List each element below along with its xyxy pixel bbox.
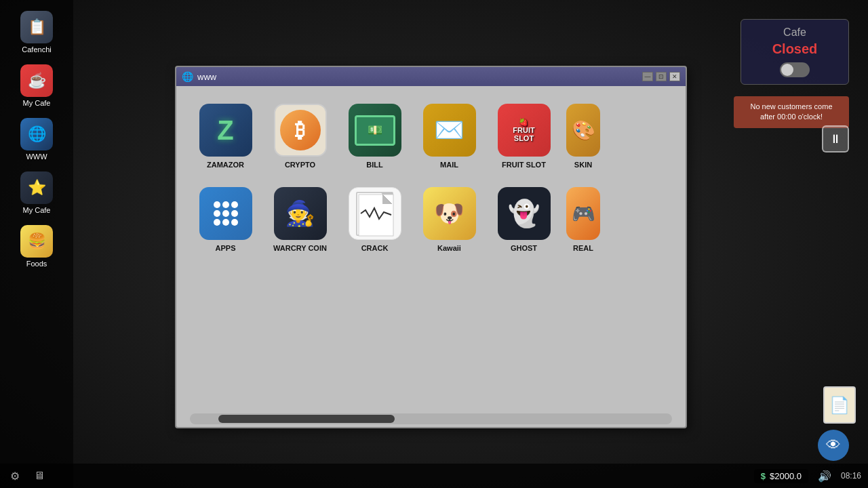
ghost-shape: 👻 [508,199,540,228]
crack-label: CRACK [361,244,389,252]
sidebar-item-mycafe[interactable]: ☕ My Cafe [6,60,67,111]
monitor-icon: 🖥 [34,470,45,482]
foods-icon: 🍔 [20,225,53,258]
warcry-label: WARCRY COIN [273,244,327,252]
kawaii-dog: 🐶 [434,199,465,228]
app-skin[interactable]: 🎨 SKIN [566,100,600,173]
warcry-icon: 🧙 [274,187,327,240]
app-crack[interactable]: CRACK [342,183,407,256]
notification-banner: No new customers come after 00:00 o'cloc… [734,96,849,128]
close-button[interactable]: ✕ [669,72,680,81]
window-controls: — ⊡ ✕ [642,72,680,81]
app-ghost[interactable]: 👻 GHOST [492,183,556,256]
sidebar: 📋 Cafenchi ☕ My Cafe 🌐 WWW ⭐ My Cafe 🍔 F… [0,0,73,488]
document-icon: 📄 [829,396,850,415]
window-title: www [197,72,216,82]
app-mail[interactable]: ✉️ MAIL [417,100,481,173]
crypto-label: CRYPTO [285,161,315,169]
pause-icon: ⏸ [829,132,842,146]
time-display: 08:16 [841,471,861,481]
kawaii-icon: 🐶 [423,187,476,240]
restore-button[interactable]: ⊡ [656,72,667,81]
crypto-icon: ₿ [274,104,327,157]
notification-text: No new customers come after 00:00 o'cloc… [750,102,832,121]
globe-icon: 🌐 [182,71,193,82]
btc-symbol: ₿ [280,110,321,150]
app-fruitslot[interactable]: 🍓FRUITSLOT FRUIT SLOT [492,100,556,173]
window-scrollbar[interactable] [190,413,672,424]
z-letter: Z [217,115,233,146]
volume-taskbar-icon[interactable]: 🔊 [816,468,833,484]
ghost-label: GHOST [511,244,537,252]
scrollbar-thumb [218,415,395,423]
settings-icon: ⚙ [10,470,20,483]
eye-button[interactable]: 👁 [818,430,849,461]
sidebar-item-cafe[interactable]: 📋 Cafenchi [6,7,67,58]
ghost-icon: 👻 [498,187,551,240]
sidebar-label-mystar: My Cafe [23,206,51,214]
sidebar-item-www[interactable]: 🌐 WWW [6,114,67,165]
pause-button[interactable]: ⏸ [822,125,849,152]
settings-taskbar-icon[interactable]: ⚙ [7,468,23,484]
monitor-taskbar-icon[interactable]: 🖥 [31,468,47,484]
money-symbol: $ [761,471,766,481]
www-icon: 🌐 [20,118,53,150]
mail-label: MAIL [440,161,458,169]
fruitslot-text: 🍓FRUITSLOT [513,118,534,142]
cafe-icon: 📋 [20,11,53,43]
bill-icon: 💵 [349,104,401,157]
mystar-icon: ⭐ [20,171,53,204]
apps-icon [199,187,252,240]
mycafe-icon: ☕ [20,64,53,97]
money-display: $ $2000.0 [754,469,808,483]
real-icon: 🎮 [566,187,600,240]
apps-label: APPS [216,244,236,252]
document-button[interactable]: 📄 [823,386,856,424]
app-apps[interactable]: APPS [193,183,258,256]
sidebar-item-foods[interactable]: 🍔 Foods [6,221,67,272]
app-kawaii[interactable]: 🐶 Kawaii [417,183,481,256]
crack-doc [356,192,393,236]
toggle-knob [781,64,793,76]
cafe-title: Cafe [752,26,837,39]
cafe-toggle[interactable] [780,62,810,77]
warcry-char: 🧙 [285,199,315,228]
zamazor-label: ZAMAZOR [207,161,244,169]
www-window: 🌐 www — ⊡ ✕ Z ZAMAZOR ₿ CRYPTO 💵 BILL [175,66,687,428]
sidebar-label-foods: Foods [26,260,47,268]
skin-label: SKIN [574,161,592,169]
window-app-grid: Z ZAMAZOR ₿ CRYPTO 💵 BILL ✉️ MAIL 🍓FRUIT… [176,86,686,407]
sidebar-item-mystar[interactable]: ⭐ My Cafe [6,167,67,218]
bill-label: BILL [366,161,382,169]
app-crypto[interactable]: ₿ CRYPTO [268,100,332,173]
app-warcry[interactable]: 🧙 WARCRY COIN [268,183,332,256]
real-label: REAL [573,244,593,252]
fruitslot-icon: 🍓FRUITSLOT [498,104,551,157]
crack-icon [349,187,401,240]
cafe-status: Closed [752,41,837,57]
sidebar-label-mycafe: My Cafe [23,99,51,107]
kawaii-label: Kawaii [437,244,461,252]
bill-inner: 💵 [355,115,395,146]
cafe-panel: Cafe Closed [741,19,849,85]
app-zamazor[interactable]: Z ZAMAZOR [193,100,258,173]
minimize-button[interactable]: — [642,72,653,81]
window-titlebar: 🌐 www — ⊡ ✕ [176,67,686,86]
money-value: $2000.0 [770,471,802,481]
eye-icon: 👁 [826,436,841,454]
fruitslot-label: FRUIT SLOT [502,161,546,169]
taskbar: ⚙ 🖥 $ $2000.0 🔊 08:16 [0,464,868,488]
volume-icon: 🔊 [818,470,831,483]
apps-dots [214,201,238,226]
sidebar-label-www: WWW [26,152,47,161]
mail-icon: ✉️ [423,104,476,157]
zamazor-icon: Z [199,104,252,157]
app-bill[interactable]: 💵 BILL [342,100,407,173]
sidebar-label-cafe: Cafenchi [22,45,51,54]
skin-icon: 🎨 [566,104,600,157]
app-real[interactable]: 🎮 REAL [566,183,600,256]
